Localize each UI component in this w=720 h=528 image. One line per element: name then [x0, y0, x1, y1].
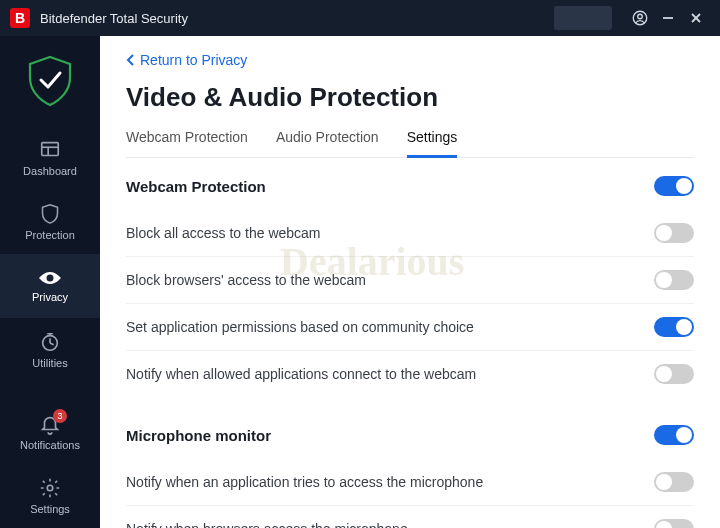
- back-link-text: Return to Privacy: [140, 52, 247, 68]
- titlebar-search[interactable]: [554, 6, 612, 30]
- sidebar-item-label: Settings: [30, 503, 70, 515]
- sidebar-item-label: Protection: [25, 229, 75, 241]
- app-title: Bitdefender Total Security: [40, 11, 188, 26]
- sidebar-item-label: Dashboard: [23, 165, 77, 177]
- svg-point-9: [47, 485, 53, 491]
- setting-row: Block browsers' access to the webcam: [126, 257, 694, 304]
- setting-label: Block all access to the webcam: [126, 225, 321, 241]
- dashboard-icon: [39, 139, 61, 161]
- protection-icon: [40, 203, 60, 225]
- community-permissions-toggle[interactable]: [654, 317, 694, 337]
- svg-rect-5: [42, 143, 59, 156]
- sidebar-item-notifications[interactable]: 3 Notifications: [0, 400, 100, 464]
- notify-webcam-toggle[interactable]: [654, 364, 694, 384]
- utilities-icon: [39, 331, 61, 353]
- setting-label: Block browsers' access to the webcam: [126, 272, 366, 288]
- setting-row: Notify when allowed applications connect…: [126, 351, 694, 397]
- close-button[interactable]: [682, 11, 710, 25]
- setting-row: Notify when browsers access the micropho…: [126, 506, 694, 528]
- sidebar-item-privacy[interactable]: Privacy: [0, 254, 100, 318]
- notify-browser-mic-toggle[interactable]: [654, 519, 694, 528]
- section-title: Webcam Protection: [126, 178, 266, 195]
- notify-mic-access-toggle[interactable]: [654, 472, 694, 492]
- sidebar-item-label: Privacy: [32, 291, 68, 303]
- setting-row: Block all access to the webcam: [126, 210, 694, 257]
- sidebar-item-label: Utilities: [32, 357, 67, 369]
- block-browser-webcam-toggle[interactable]: [654, 270, 694, 290]
- back-link[interactable]: Return to Privacy: [126, 52, 694, 68]
- webcam-protection-toggle[interactable]: [654, 176, 694, 196]
- privacy-icon: [38, 269, 62, 287]
- section-title: Microphone monitor: [126, 427, 271, 444]
- bell-icon: 3: [39, 413, 61, 435]
- setting-row: Set application permissions based on com…: [126, 304, 694, 351]
- gear-icon: [39, 477, 61, 499]
- titlebar: B Bitdefender Total Security: [0, 0, 720, 36]
- setting-label: Set application permissions based on com…: [126, 319, 474, 335]
- page-title: Video & Audio Protection: [126, 82, 694, 113]
- status-shield: [0, 36, 100, 126]
- sidebar-item-dashboard[interactable]: Dashboard: [0, 126, 100, 190]
- sidebar: Dashboard Protection Privacy Utilities 3: [0, 36, 100, 528]
- setting-label: Notify when browsers access the micropho…: [126, 521, 408, 528]
- setting-label: Notify when an application tries to acce…: [126, 474, 483, 490]
- tabs: Webcam Protection Audio Protection Setti…: [126, 129, 694, 158]
- block-all-webcam-toggle[interactable]: [654, 223, 694, 243]
- account-icon[interactable]: [626, 9, 654, 27]
- sidebar-item-settings[interactable]: Settings: [0, 464, 100, 528]
- sidebar-item-utilities[interactable]: Utilities: [0, 318, 100, 382]
- tab-audio-protection[interactable]: Audio Protection: [276, 129, 379, 157]
- tab-settings[interactable]: Settings: [407, 129, 458, 158]
- notification-badge: 3: [53, 409, 67, 423]
- chevron-left-icon: [126, 54, 136, 66]
- main-content: Return to Privacy Video & Audio Protecti…: [100, 36, 720, 528]
- setting-label: Notify when allowed applications connect…: [126, 366, 476, 382]
- app-logo: B: [10, 8, 30, 28]
- tab-webcam-protection[interactable]: Webcam Protection: [126, 129, 248, 157]
- sidebar-item-protection[interactable]: Protection: [0, 190, 100, 254]
- microphone-monitor-toggle[interactable]: [654, 425, 694, 445]
- sidebar-item-label: Notifications: [20, 439, 80, 451]
- svg-point-1: [638, 14, 643, 19]
- minimize-button[interactable]: [654, 11, 682, 25]
- setting-row: Notify when an application tries to acce…: [126, 459, 694, 506]
